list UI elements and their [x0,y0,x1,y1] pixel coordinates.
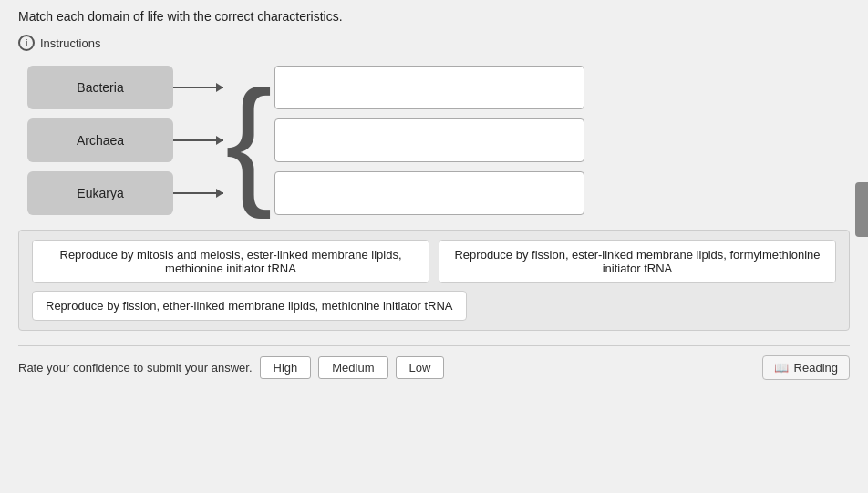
domain-bacteria: Bacteria [27,66,173,109]
scroll-tab[interactable] [855,182,868,237]
answer-slot-archaea[interactable] [274,118,584,162]
matching-section: Bacteria Archaea Eukarya { [27,66,850,215]
answer-slot-eukarya[interactable] [274,171,584,215]
options-row-top: Reproduce by mitosis and meiosis, ester-… [32,240,836,283]
instructions-link[interactable]: i Instructions [18,35,850,51]
instruction-text: Match each domain of life with the corre… [18,9,850,24]
confidence-label: Rate your confidence to submit your answ… [18,361,253,375]
answers-column [274,66,584,215]
option-card-1[interactable]: Reproduce by mitosis and meiosis, ester-… [32,240,429,283]
options-area: Reproduce by mitosis and meiosis, ester-… [18,230,850,331]
low-button[interactable]: Low [396,356,445,379]
domain-archaea: Archaea [27,118,173,162]
info-icon: i [18,35,35,51]
options-row-bottom: Reproduce by fission, ether-linked membr… [32,291,836,321]
labels-column: Bacteria Archaea Eukarya [27,66,173,215]
footer: Rate your confidence to submit your answ… [18,345,850,384]
medium-button[interactable]: Medium [318,356,388,379]
horiz-line-bacteria [173,87,223,88]
reading-button[interactable]: 📖 Reading [762,355,850,380]
answer-slot-bacteria[interactable] [274,66,584,109]
option-card-3[interactable]: Reproduce by fission, ether-linked membr… [32,291,467,321]
big-brace: { [225,70,273,211]
page-container: Match each domain of life with the corre… [0,0,868,493]
instructions-label: Instructions [40,36,100,50]
high-button[interactable]: High [260,356,312,379]
horiz-line-eukarya [173,192,223,194]
arrows-column [173,66,223,215]
arrow-bacteria [173,66,223,109]
reading-icon: 📖 [774,361,789,375]
arrow-eukarya [173,171,223,215]
reading-label: Reading [794,361,838,375]
option-card-2[interactable]: Reproduce by fission, ester-linked membr… [439,240,836,283]
footer-left: Rate your confidence to submit your answ… [18,356,444,379]
reading-btn-container: 📖 Reading [762,355,850,380]
horiz-line-archaea [173,139,223,141]
domain-eukarya: Eukarya [27,171,173,215]
big-brace-col: { [225,70,274,211]
arrow-archaea [173,118,223,162]
